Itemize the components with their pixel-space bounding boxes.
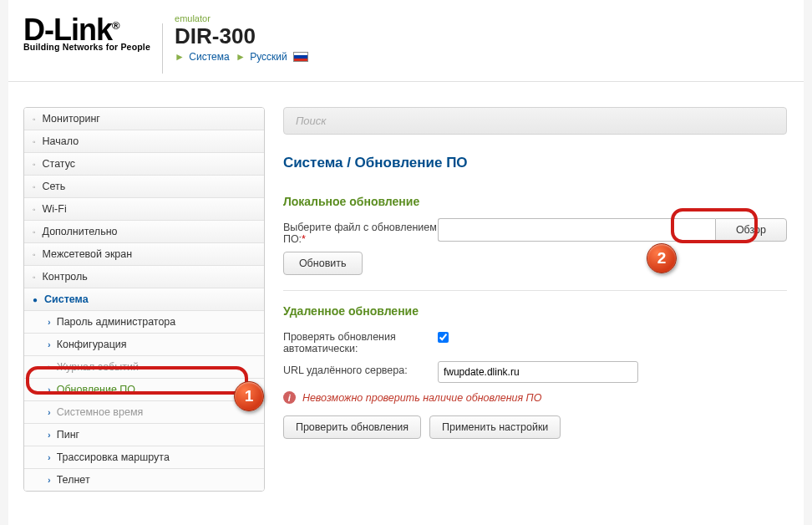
section-heading-local: Локальное обновление <box>283 195 787 208</box>
remote-url-label: URL удалённого сервера: <box>283 361 438 376</box>
auto-check-checkbox[interactable] <box>438 332 449 343</box>
auto-check-label: Проверять обновления автоматически: <box>283 328 438 354</box>
remote-url-input[interactable] <box>438 361 638 383</box>
model-block: emulator DIR-300 ► Система ► Русский <box>175 7 308 63</box>
sidebar-sub-traceroute[interactable]: ›Трассировка маршрута <box>24 446 264 469</box>
page-title: Система / Обновление ПО <box>283 155 787 171</box>
sidebar-item-advanced[interactable]: ◦Дополнительно <box>24 221 264 243</box>
bullet-icon: ◦ <box>33 205 36 214</box>
sidebar-sub-config[interactable]: ›Конфигурация <box>24 334 264 356</box>
section-heading-remote: Удаленное обновление <box>283 304 787 318</box>
chevron-right-icon: › <box>48 475 51 485</box>
chevron-right-icon: › <box>48 407 51 417</box>
chevron-right-icon: › <box>48 362 51 372</box>
bullet-icon: ◦ <box>33 227 36 237</box>
bullet-icon: ◦ <box>33 160 36 169</box>
chevron-right-icon: ► <box>175 51 185 63</box>
file-label: Выберите файл с обновлением ПО:* <box>283 218 438 245</box>
sidebar-sub-admin-password[interactable]: ›Пароль администратора <box>24 311 264 334</box>
warning-text: Невозможно проверить наличие обновления … <box>302 392 542 404</box>
bullet-icon: ◦ <box>33 137 36 146</box>
sidebar-item-monitoring[interactable]: ◦Мониторинг <box>24 108 264 130</box>
chevron-right-icon: ► <box>236 51 246 63</box>
chevron-right-icon: › <box>48 430 51 440</box>
logo-tagline: Building Networks for People <box>23 42 150 52</box>
section-local-update: Локальное обновление Выберите файл с обн… <box>283 195 787 275</box>
bullet-icon: ◦ <box>33 250 36 259</box>
sidebar-sub-telnet[interactable]: ›Телнет <box>24 469 264 491</box>
bullet-icon: ◦ <box>33 273 36 282</box>
sidebar-item-start[interactable]: ◦Начало <box>24 130 264 153</box>
main-panel: Поиск Система / Обновление ПО Локальное … <box>283 107 804 439</box>
sidebar-item-firewall[interactable]: ◦Межсетевой экран <box>24 243 264 266</box>
file-path-input[interactable] <box>438 218 715 242</box>
bullet-icon: ● <box>33 295 38 304</box>
chevron-right-icon: › <box>48 339 51 349</box>
flag-ru-icon[interactable] <box>293 52 308 62</box>
crumb-language[interactable]: Русский <box>250 51 287 63</box>
section-divider <box>283 290 787 291</box>
warning-icon: i <box>283 391 296 404</box>
header: D-Link® Building Networks for People emu… <box>8 0 804 82</box>
bullet-icon: ◦ <box>33 182 36 191</box>
chevron-right-icon: › <box>48 317 51 327</box>
browse-button[interactable]: Обзор <box>715 218 787 242</box>
crumb-system[interactable]: Система <box>189 51 229 63</box>
sidebar-item-network[interactable]: ◦Сеть <box>24 176 264 198</box>
check-updates-button[interactable]: Проверить обновления <box>283 415 421 439</box>
logo: D-Link® Building Networks for People <box>23 17 150 52</box>
logo-text: D-Link® <box>23 17 150 43</box>
sidebar-item-system[interactable]: ●Система <box>24 288 264 311</box>
breadcrumb: ► Система ► Русский <box>175 51 308 63</box>
sidebar-sub-firmware-update[interactable]: ›Обновление ПО <box>24 379 264 401</box>
sidebar-item-control[interactable]: ◦Контроль <box>24 266 264 288</box>
bullet-icon: ◦ <box>33 115 36 124</box>
sidebar-item-wifi[interactable]: ◦Wi-Fi <box>24 198 264 221</box>
apply-settings-button[interactable]: Применить настройки <box>429 415 561 439</box>
model-name: DIR-300 <box>175 23 308 49</box>
emulator-label: emulator <box>175 13 308 23</box>
search-input[interactable]: Поиск <box>283 107 787 135</box>
sidebar-sub-systime[interactable]: ›Системное время <box>24 401 264 424</box>
update-button[interactable]: Обновить <box>283 252 363 275</box>
sidebar-sub-eventlog[interactable]: ›Журнал событий <box>24 356 264 379</box>
sidebar-item-status[interactable]: ◦Статус <box>24 153 264 176</box>
chevron-right-icon: › <box>48 452 51 462</box>
header-divider <box>162 23 163 74</box>
sidebar-sub-ping[interactable]: ›Пинг <box>24 424 264 446</box>
section-remote-update: Удаленное обновление Проверять обновлени… <box>283 304 787 439</box>
chevron-right-icon: › <box>48 385 51 395</box>
sidebar: ◦Мониторинг ◦Начало ◦Статус ◦Сеть ◦Wi-Fi… <box>23 107 265 492</box>
